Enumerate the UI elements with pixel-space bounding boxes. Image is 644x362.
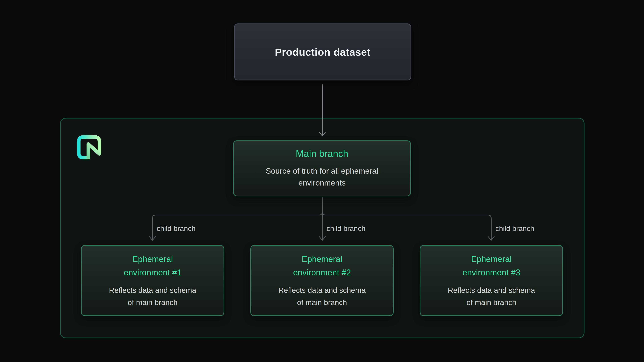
edge-label-child-branch-1: child branch — [157, 225, 196, 232]
ephemeral-environment-1-description: Reflects data and schema of main branch — [109, 284, 196, 309]
ephemeral-environment-1-node: Ephemeral environment #1 Reflects data a… — [81, 245, 224, 316]
edge-label-child-branch-3: child branch — [496, 225, 534, 232]
diagram-canvas: Production dataset Main branch Source of… — [0, 0, 644, 362]
ephemeral-environment-1-title: Ephemeral environment #1 — [124, 252, 182, 279]
ephemeral-environment-2-title: Ephemeral environment #2 — [293, 252, 351, 279]
production-dataset-node: Production dataset — [234, 23, 411, 80]
ephemeral-environment-3-description: Reflects data and schema of main branch — [448, 284, 535, 309]
main-branch-node: Main branch Source of truth for all ephe… — [233, 140, 411, 196]
ephemeral-environment-3-title: Ephemeral environment #3 — [462, 252, 520, 279]
ephemeral-environment-2-node: Ephemeral environment #2 Reflects data a… — [250, 245, 394, 316]
main-branch-title: Main branch — [296, 148, 348, 159]
edge-label-child-branch-2: child branch — [326, 225, 366, 232]
production-node-title: Production dataset — [275, 46, 371, 58]
ephemeral-environment-3-node: Ephemeral environment #3 Reflects data a… — [420, 245, 563, 316]
ephemeral-environment-2-description: Reflects data and schema of main branch — [278, 284, 366, 309]
neon-logo-icon — [76, 135, 102, 160]
main-branch-description: Source of truth for all ephemeral enviro… — [266, 165, 378, 189]
